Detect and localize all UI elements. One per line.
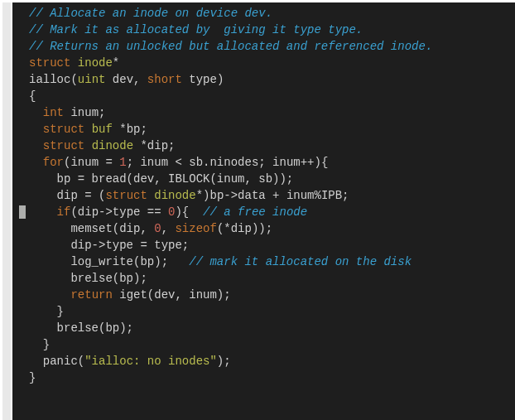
token-id: dev,	[105, 73, 147, 86]
token-pn: }	[29, 371, 36, 384]
token-id: ,	[161, 222, 176, 235]
token-id	[29, 156, 43, 169]
code-line[interactable]: for(inum = 1; inum < sb.ninodes; inum++)…	[12, 154, 515, 171]
code-line[interactable]: {	[12, 88, 515, 104]
token-id: log_write(bp);	[29, 255, 189, 268]
token-id: brelse(bp);	[29, 321, 133, 335]
token-str: "ialloc: no inodes"	[84, 355, 217, 368]
code-line[interactable]: brelse(bp);	[12, 270, 515, 287]
token-ty: dinode	[92, 139, 133, 152]
token-kw: return	[70, 288, 112, 302]
code-line[interactable]: struct dinode *dip;	[12, 138, 515, 154]
token-id: *bp;	[113, 123, 147, 136]
token-num: 0	[154, 222, 161, 235]
token-id: type	[182, 73, 217, 86]
token-kw: struct	[43, 139, 84, 152]
token-ty: dinode	[154, 189, 195, 202]
code-line[interactable]: ialloc(uint dev, short type)	[12, 71, 515, 88]
token-id	[29, 123, 43, 136]
code-line[interactable]: }	[12, 336, 515, 353]
token-id	[84, 123, 91, 136]
token-pn: {	[29, 89, 36, 103]
token-ty: inode	[78, 56, 113, 70]
token-kw: for	[43, 156, 64, 169]
token-cm: // mark it allocated on the disk	[189, 255, 412, 268]
token-kw: struct	[43, 123, 84, 136]
code-line[interactable]: // Returns an unlocked but allocated and…	[12, 38, 515, 55]
token-id	[29, 338, 43, 351]
token-id: inum =	[70, 156, 119, 169]
token-op: *	[113, 56, 119, 70]
token-id: bp = bread(dev, IBLOCK(inum, sb));	[29, 172, 293, 186]
token-id	[29, 205, 57, 219]
token-pn: (	[70, 205, 77, 219]
token-id	[147, 189, 154, 202]
code-editor[interactable]: // Allocate an inode on device dev.// Ma…	[12, 2, 515, 420]
token-pn: }	[57, 305, 64, 318]
token-ty: uint	[78, 73, 106, 86]
token-id	[29, 288, 70, 302]
token-id	[189, 205, 203, 219]
token-id: brelse(bp);	[29, 272, 147, 285]
token-kw: struct	[29, 56, 70, 70]
code-line[interactable]: struct inode*	[12, 55, 515, 71]
code-line[interactable]: if(dip->type == 0){ // a free inode	[12, 204, 515, 220]
code-line[interactable]: struct buf *bp;	[12, 121, 515, 138]
code-line[interactable]: // Mark it as allocated by giving it typ…	[12, 22, 515, 38]
token-pn: ){	[315, 156, 329, 169]
code-line[interactable]: bp = bread(dev, IBLOCK(inum, sb));	[12, 171, 515, 187]
code-line[interactable]: return iget(dev, inum);	[12, 287, 515, 303]
token-id	[29, 139, 43, 152]
token-kw: int	[43, 106, 64, 119]
code-line[interactable]: panic("ialloc: no inodes");	[12, 353, 515, 369]
token-pn: )	[217, 73, 224, 86]
token-ty: buf	[92, 123, 113, 136]
token-id: );	[258, 222, 272, 235]
token-id: memset(dip,	[29, 222, 154, 235]
token-id	[70, 56, 77, 70]
code-line[interactable]: dip->type = type;	[12, 237, 515, 253]
token-pn: (	[70, 73, 77, 86]
token-id	[29, 106, 43, 119]
code-line[interactable]: int inum;	[12, 104, 515, 121]
token-kw: short	[147, 73, 182, 86]
code-line[interactable]: // Allocate an inode on device dev.	[12, 5, 515, 22]
token-id: inum;	[64, 106, 105, 119]
token-cm: // a free inode	[203, 205, 307, 219]
token-kw: sizeof	[175, 222, 216, 235]
token-id: *)bp->data + inum%IPB;	[196, 189, 349, 202]
code-line[interactable]: log_write(bp); // mark it allocated on t…	[12, 253, 515, 270]
code-line[interactable]: brelse(bp);	[12, 320, 515, 336]
token-kw: struct	[105, 189, 147, 202]
token-id	[29, 305, 57, 318]
code-line[interactable]: memset(dip, 0, sizeof(*dip));	[12, 220, 515, 237]
token-id: );	[217, 355, 231, 368]
code-line[interactable]: dip = (struct dinode*)bp->data + inum%IP…	[12, 187, 515, 204]
token-id: panic(	[29, 355, 84, 368]
minimap-scrollbar[interactable]	[2, 2, 11, 420]
code-line[interactable]: }	[12, 303, 515, 320]
editor-container: // Allocate an inode on device dev.// Ma…	[0, 0, 515, 420]
token-id: iget(dev, inum);	[113, 288, 231, 302]
token-cm: // Returns an unlocked but allocated and…	[29, 40, 432, 53]
token-cm: // Mark it as allocated by giving it typ…	[29, 23, 363, 36]
token-kw: if	[57, 205, 71, 219]
token-fn: ialloc	[29, 73, 70, 86]
token-id: *dip	[224, 222, 252, 235]
token-pn: ){	[175, 205, 189, 219]
token-pn: }	[43, 338, 50, 351]
token-id: ; inum < sb.ninodes; inum++	[127, 156, 315, 169]
token-id: dip->type = type;	[29, 239, 189, 252]
token-id: *dip;	[133, 139, 175, 152]
token-cm: // Allocate an inode on device dev.	[29, 7, 272, 20]
token-id: dip = (	[29, 189, 105, 202]
code-line[interactable]: }	[12, 369, 515, 386]
token-id	[84, 139, 91, 152]
token-id: dip->type ==	[78, 205, 168, 219]
token-num: 1	[119, 156, 126, 169]
